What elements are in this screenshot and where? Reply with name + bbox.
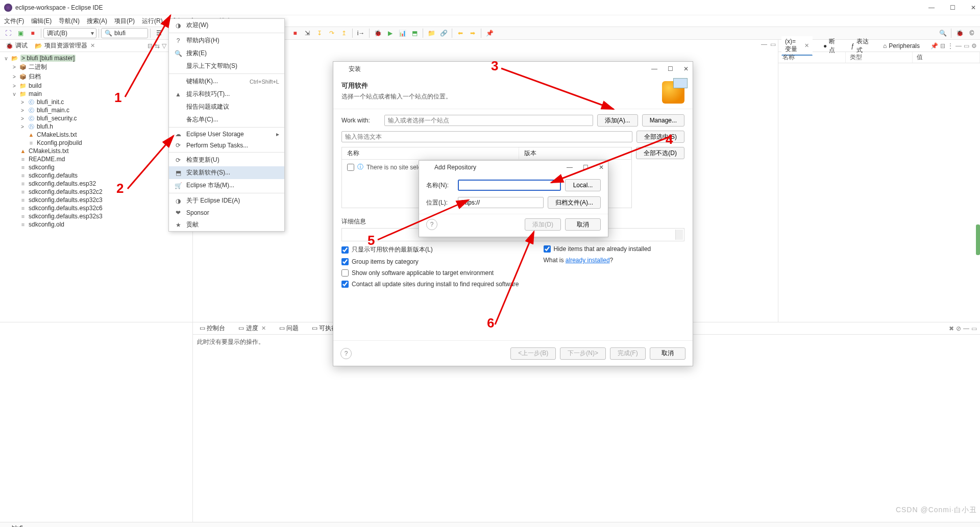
tree-node[interactable]: ≡sdkconfig.defaults.esp32s3 — [0, 212, 192, 220]
close-icon[interactable]: ✕ — [804, 42, 809, 49]
maximize-button[interactable]: ☐ — [950, 4, 955, 11]
help-menu-item[interactable]: ▲提示和技巧(T)... — [169, 88, 284, 101]
step-over-icon[interactable]: ↷ — [327, 28, 337, 38]
disconnect-icon[interactable]: ⇲ — [302, 28, 312, 38]
help-menu-item[interactable]: 备忘单(C)... — [169, 113, 284, 126]
folder-icon[interactable]: 📁 — [426, 28, 436, 38]
menu-item[interactable]: 运行(R) — [142, 17, 163, 26]
col-name[interactable]: 名称 — [342, 147, 519, 159]
view-menu-icon[interactable]: ⋮ — [947, 42, 953, 49]
minimize-view-icon[interactable]: — — [955, 42, 962, 49]
work-with-input[interactable] — [384, 115, 593, 126]
step-in-icon[interactable]: ↧ — [314, 28, 325, 38]
add-site-button[interactable]: 添加(A)... — [597, 114, 638, 127]
maximize-button[interactable]: ☐ — [668, 65, 673, 72]
select-all-button[interactable]: 全部选中(S) — [636, 131, 684, 143]
stop-icon[interactable]: ■ — [28, 28, 38, 38]
deselect-all-button[interactable]: 全部不选(D) — [636, 147, 684, 159]
back-icon[interactable]: ⬅ — [455, 28, 465, 38]
tool-icon[interactable]: ☰ — [154, 28, 164, 38]
col-name[interactable]: 名称 — [778, 52, 846, 63]
minimize-button[interactable]: — — [928, 4, 935, 11]
help-menu-item[interactable]: ⟳Perform Setup Tasks... — [169, 140, 284, 151]
menu-item[interactable]: 文件(F) — [4, 17, 24, 26]
tree-node[interactable]: v📁main — [0, 90, 192, 98]
tab-debug[interactable]: 🐞 调试 — [2, 40, 31, 52]
minimize-button[interactable]: — — [651, 65, 657, 72]
tree-node[interactable]: ≡sdkconfig.defaults.esp32 — [0, 180, 192, 188]
maximize-view-icon[interactable]: ▭ — [964, 42, 969, 49]
launch-config-combo[interactable]: 调试(B) — [43, 28, 96, 38]
link-icon[interactable]: 🔗 — [438, 28, 449, 38]
menu-item[interactable]: 项目(P) — [114, 17, 135, 26]
tree-node[interactable]: >ⓒblufi_main.c — [0, 106, 192, 114]
help-menu-item[interactable]: ⬒安装新软件(S)... — [169, 166, 284, 179]
contact-check[interactable]: Contact all update sites during install … — [341, 281, 519, 288]
debug-icon[interactable]: ⛶ — [3, 28, 13, 38]
repo-cancel-button[interactable]: 取消 — [565, 218, 601, 231]
maximize-button[interactable]: ☐ — [583, 164, 589, 171]
help-menu-item[interactable]: 显示上下文帮助(S) — [169, 60, 284, 72]
maximize-editor-icon[interactable]: ▭ — [770, 41, 776, 48]
manage-sites-button[interactable]: Manage... — [642, 114, 684, 127]
filter-input[interactable] — [341, 131, 632, 142]
install-icon[interactable]: ⬒ — [409, 28, 420, 38]
tree-node[interactable]: ≡sdkconfig — [0, 163, 192, 171]
remove-icon[interactable]: ✖ — [949, 325, 954, 332]
play-icon[interactable]: ▶ — [385, 28, 395, 38]
link-editor-icon[interactable]: ⇆ — [155, 42, 160, 49]
collapse-all-icon[interactable]: ⊟ — [148, 42, 153, 49]
help-icon[interactable]: ? — [426, 219, 437, 230]
pin-icon[interactable]: 📌 — [930, 42, 938, 49]
filter-icon[interactable]: ▽ — [162, 42, 166, 49]
col-version[interactable]: 版本 — [519, 147, 631, 159]
tree-node[interactable]: >📁build — [0, 82, 192, 90]
help-menu-item[interactable]: ★贡献 — [169, 218, 284, 231]
remove-all-icon[interactable]: ⊘ — [956, 325, 961, 332]
console-tab[interactable]: ▭ 问题 — [276, 322, 302, 334]
already-installed-link[interactable]: already installed — [566, 257, 610, 264]
help-menu-item[interactable]: 键辅助(K)...Ctrl+Shift+L — [169, 75, 284, 88]
tab-peripherals[interactable]: ⌂ Peripherals — [879, 41, 923, 51]
help-menu-item[interactable]: ❤Sponsor — [169, 207, 284, 218]
perspective-debug-icon[interactable]: 🐞 — [954, 28, 965, 38]
help-menu-item[interactable]: ⟳检查更新(U) — [169, 154, 284, 166]
pin-icon[interactable]: 📌 — [484, 28, 495, 38]
tree-root[interactable]: v📂> blufi [blufi master] — [0, 54, 192, 62]
tree-node[interactable]: ≡sdkconfig.old — [0, 220, 192, 229]
dummy-checkbox[interactable] — [347, 164, 354, 171]
help-menu-item[interactable]: 报告问题或建议 — [169, 101, 284, 113]
close-icon[interactable]: ✕ — [90, 42, 95, 49]
menu-item[interactable]: 编辑(E) — [31, 17, 52, 26]
tree-node[interactable]: >📦二进制 — [0, 62, 192, 72]
tree-node[interactable]: ≡sdkconfig.defaults.esp32c2 — [0, 188, 192, 196]
quick-access-search-icon[interactable]: 🔍 — [938, 28, 948, 38]
settings-icon[interactable]: ⚙ — [971, 42, 977, 49]
console-tab[interactable]: ▭ 控制台 — [196, 322, 229, 334]
minimize-editor-icon[interactable]: — — [761, 41, 767, 48]
perspective-cpp-icon[interactable]: © — [967, 28, 977, 38]
step-out-icon[interactable]: ↥ — [339, 28, 349, 38]
run-icon[interactable]: ▣ — [15, 28, 26, 38]
cancel-button[interactable]: 取消 — [650, 347, 685, 360]
repo-location-input[interactable] — [458, 197, 544, 208]
tree-node[interactable]: >📦归档 — [0, 72, 192, 82]
profile-icon[interactable]: 📊 — [397, 28, 407, 38]
minimize-view-icon[interactable]: — — [963, 325, 969, 332]
collapse-icon[interactable]: ⊟ — [940, 42, 945, 49]
tree-node[interactable]: ≡sdkconfig.defaults — [0, 171, 192, 180]
tree-node[interactable]: ≡Kconfig.projbuild — [0, 139, 192, 147]
minimize-button[interactable]: — — [567, 164, 573, 171]
tree-node[interactable]: >ⓒblufi_security.c — [0, 114, 192, 122]
forward-icon[interactable]: ➡ — [468, 28, 478, 38]
bug-icon[interactable]: 🐞 — [373, 28, 383, 38]
help-menu-item[interactable]: ◑关于 Eclipse IDE(A) — [169, 194, 284, 207]
menu-item[interactable]: 搜索(A) — [87, 17, 107, 26]
close-button[interactable]: ✕ — [971, 4, 976, 11]
tree-node[interactable]: ▲CMakeLists.txt — [0, 131, 192, 139]
close-button[interactable]: ✕ — [599, 164, 604, 171]
tree-node[interactable]: ≡sdkconfig.defaults.esp32c6 — [0, 204, 192, 212]
hide-check[interactable]: Hide items that are already installed — [544, 245, 651, 253]
help-menu-item[interactable]: ?帮助内容(H) — [169, 34, 284, 47]
tree-node[interactable]: ▲CMakeLists.txt — [0, 147, 192, 155]
